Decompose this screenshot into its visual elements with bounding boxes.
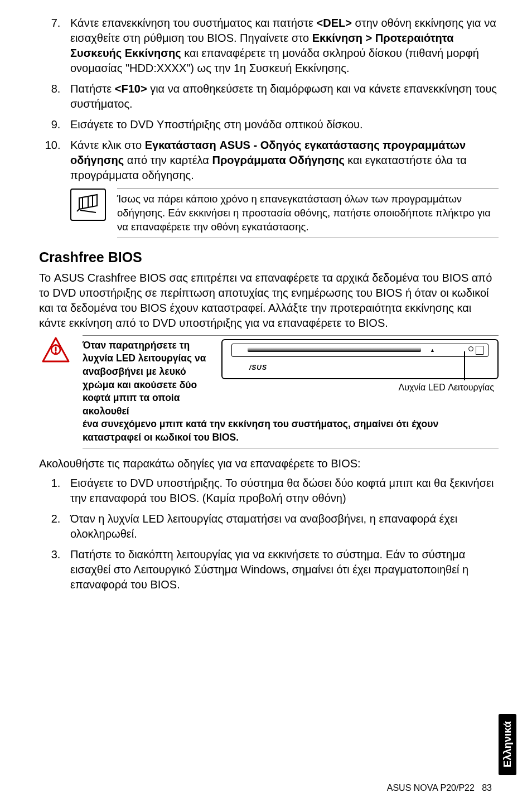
language-tab: Ελληνικά	[499, 714, 516, 775]
warning-text-left: Όταν παρατηρήσετε τη λυχνία LED λειτουργ…	[83, 339, 214, 418]
item7-del: <DEL>	[317, 17, 352, 29]
item7-pre: Κάντε επανεκκίνηση του συστήματος και πα…	[70, 17, 317, 29]
pointer-line	[464, 351, 465, 380]
device-figure: ▲ /SUS	[221, 339, 499, 379]
page-footer: ASUS NOVA P20/P22 83	[387, 782, 492, 794]
followup-para: Ακολουθήστε τις παρακάτω οδηγίες για να …	[39, 456, 499, 471]
warning-box: Όταν παρατηρήσετε τη λυχνία LED λειτουργ…	[39, 335, 499, 448]
item10-pre: Κάντε κλικ στο	[70, 139, 145, 151]
blist-item1: Εισάγετε το DVD υποστήριξης. Το σύστημα …	[70, 477, 494, 504]
instruction-list-bottom: Εισάγετε το DVD υποστήριξης. Το σύστημα …	[39, 476, 499, 592]
blist-item2: Όταν η λυχνία LED λειτουργίας σταματήσει…	[70, 513, 457, 540]
warning-icon	[39, 335, 72, 365]
footer-model: ASUS NOVA P20/P22	[387, 783, 475, 793]
list-item: Εισάγετε το DVD υποστήριξης. Το σύστημα …	[64, 476, 499, 506]
item8-pre: Πατήστε	[70, 83, 115, 95]
blist-item3: Πατήστε το διακόπτη λειτουργίας για να ε…	[70, 548, 468, 591]
item8-f10: <F10>	[115, 83, 147, 95]
list-item: Κάντε κλικ στο Εγκατάσταση ASUS - Οδηγός…	[64, 138, 499, 183]
list-item: Πατήστε <F10> για να αποθηκεύσετε τη δια…	[64, 81, 499, 112]
list-item: Πατήστε το διακόπτη λειτουργίας για να ε…	[64, 547, 499, 592]
note-text: Ίσως να πάρει κάποιο χρόνο η επανεγκατάσ…	[117, 189, 499, 238]
footer-page: 83	[482, 783, 492, 793]
item9: Εισάγετε το DVD Υποστήριξης στη μονάδα ο…	[70, 118, 363, 131]
section-title: Crashfree BIOS	[39, 248, 499, 267]
list-item: Κάντε επανεκκίνηση του συστήματος και πα…	[64, 16, 499, 76]
list-item: Όταν η λυχνία LED λειτουργίας σταματήσει…	[64, 511, 499, 542]
figure-caption: Λυχνία LED Λειτουργίας	[221, 381, 499, 394]
note-box: Ίσως να πάρει κάποιο χρόνο η επανεγκατάσ…	[39, 189, 499, 238]
warning-body: Όταν παρατηρήσετε τη λυχνία LED λειτουργ…	[83, 335, 499, 448]
warning-text-continued: ένα συνεχόμενο μπιπ κατά την εκκίνηση το…	[83, 418, 499, 444]
item10-mid: από την καρτέλα	[124, 154, 212, 166]
crashfree-intro: Το ASUS Crashfree BIOS σας επιτρέπει να …	[39, 270, 499, 331]
note-icon	[70, 189, 106, 221]
item10-b2: Προγράμματα Οδήγησης	[212, 154, 344, 166]
instruction-list-top: Κάντε επανεκκίνηση του συστήματος και πα…	[39, 16, 499, 183]
list-item: Εισάγετε το DVD Υποστήριξης στη μονάδα ο…	[64, 117, 499, 132]
brand-label: /SUS	[249, 363, 267, 372]
